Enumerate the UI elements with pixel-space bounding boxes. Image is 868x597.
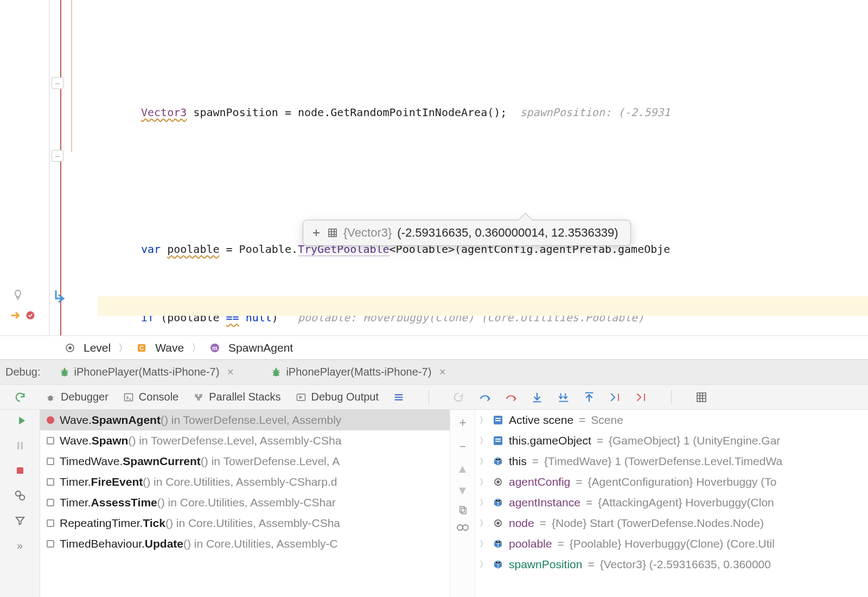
svg-rect-13 <box>697 393 706 402</box>
svg-point-10 <box>48 395 53 401</box>
frame-label: RepeatingTimer.Tick() in Core.Utilities,… <box>60 517 340 530</box>
variable-row[interactable]: 〉agentConfig = {AgentConfiguration} Hove… <box>475 472 868 492</box>
variable-row[interactable]: 〉agentInstance = {AttackingAgent} Hoverb… <box>475 492 868 513</box>
variable-eq: = <box>540 517 546 530</box>
svg-rect-28 <box>495 441 501 442</box>
run-to-cursor-force-icon[interactable] <box>635 391 647 403</box>
variables-panel[interactable]: 〉Active scene = Scene〉this.gameObject = … <box>475 410 868 597</box>
debugger-tab[interactable]: Debugger <box>44 391 108 403</box>
run-to-cursor-icon[interactable] <box>609 391 621 403</box>
step-into-icon[interactable] <box>531 391 543 403</box>
stack-frame-row[interactable]: Wave.Spawn() in TowerDefense.Level, Asse… <box>40 430 450 451</box>
variable-value: Scene <box>591 414 623 427</box>
toolbar-label: Debugger <box>61 391 108 403</box>
frame-label: Wave.Spawn() in TowerDefense.Level, Asse… <box>60 434 341 447</box>
copy-icon[interactable] <box>458 505 468 515</box>
variable-row[interactable]: 〉this.gameObject = {GameObject} 1 (Unity… <box>475 430 868 451</box>
close-icon[interactable]: ✕ <box>439 367 446 377</box>
editor-fold-gutter: – – <box>49 0 98 335</box>
svg-rect-20 <box>461 508 465 514</box>
frame-label: Wave.SpawnAgent() in TowerDefense.Level,… <box>60 414 341 427</box>
plus-icon[interactable] <box>311 227 322 238</box>
variable-name: agentConfig <box>509 475 570 488</box>
variable-kind-icon <box>493 456 503 467</box>
chevron-right-icon[interactable]: 〉 <box>480 498 487 508</box>
breadcrumb-item[interactable]: Level <box>84 341 111 354</box>
parallel-stacks-tab[interactable]: Parallel Stacks <box>193 391 280 403</box>
variable-name: node <box>509 517 534 530</box>
step-over-icon[interactable] <box>479 391 491 403</box>
chevron-right-icon[interactable]: 〉 <box>480 539 487 549</box>
up-icon[interactable]: ▲ <box>457 462 469 476</box>
variable-kind-icon <box>493 538 503 549</box>
remove-icon[interactable]: － <box>457 438 469 454</box>
variable-eq: = <box>576 475 582 488</box>
rerun-icon[interactable] <box>14 391 26 403</box>
step-out-icon[interactable] <box>583 391 595 403</box>
svg-rect-14 <box>17 442 19 449</box>
stack-frame-row[interactable]: Timer.FireEvent() in Core.Utilities, Ass… <box>40 472 450 492</box>
filter-icon[interactable] <box>12 513 28 528</box>
code-content[interactable]: Vector3 spawnPosition = node.GetRandomPo… <box>98 0 868 335</box>
evaluate-expression-icon[interactable] <box>695 391 707 403</box>
step-over-red-icon[interactable] <box>505 391 517 403</box>
chevron-right-icon[interactable]: 〉 <box>480 518 487 529</box>
threads-icon[interactable] <box>393 391 405 403</box>
bug-icon <box>44 391 56 403</box>
debug-session-tab[interactable]: iPhonePlayer(Matts-iPhone-7) ✕ <box>54 364 240 380</box>
stop-icon[interactable] <box>12 463 28 478</box>
variable-eq: = <box>532 455 539 468</box>
frame-marker-icon <box>47 519 54 527</box>
variable-value: {AttackingAgent} Hoverbuggy(Clon <box>598 496 774 509</box>
add-icon[interactable]: ＋ <box>457 414 469 430</box>
breadcrumb-item[interactable]: SpawnAgent <box>228 341 293 354</box>
execution-pointer-icon <box>10 309 36 321</box>
console-tab[interactable]: Console <box>123 391 178 403</box>
chevron-right-icon[interactable]: 〉 <box>480 415 487 425</box>
stack-frame-row[interactable]: TimedWave.SpawnCurrent() in TowerDefense… <box>40 451 450 472</box>
frame-marker-icon <box>47 499 54 506</box>
chevron-right-icon[interactable]: 〉 <box>480 456 487 467</box>
svg-text:C: C <box>139 345 144 351</box>
chevron-right-icon[interactable]: 〉 <box>480 477 487 487</box>
variable-value: {GameObject} 1 (UnityEngine.Gar <box>609 434 780 447</box>
chevron-right-icon[interactable]: 〉 <box>480 560 487 570</box>
variable-eq: = <box>588 558 594 571</box>
down-icon[interactable]: ▼ <box>457 484 469 498</box>
view-breakpoints-icon[interactable] <box>12 488 28 503</box>
variable-row[interactable]: 〉poolable = {Poolable} Hoverbuggy(Clone)… <box>475 534 868 554</box>
variable-row[interactable]: 〉spawnPosition = {Vector3} (-2.59316635,… <box>475 554 868 575</box>
stack-frame-row[interactable]: TimedBehaviour.Update() in Core.Utilitie… <box>40 534 450 554</box>
frame-marker-icon <box>47 437 54 444</box>
debug-session-tab[interactable]: iPhonePlayer(Matts-iPhone-7) ✕ <box>265 364 451 380</box>
breadcrumb[interactable]: Level 〉 C Wave 〉 m SpawnAgent <box>0 335 868 359</box>
smart-step-into-icon[interactable] <box>557 391 569 403</box>
frames-panel[interactable]: Wave.SpawnAgent() in TowerDefense.Level,… <box>40 410 450 597</box>
table-icon[interactable] <box>327 227 338 238</box>
close-icon[interactable]: ✕ <box>227 367 234 377</box>
stack-frame-row[interactable]: RepeatingTimer.Tick() in Core.Utilities,… <box>40 513 450 534</box>
frame-marker-icon <box>47 478 54 486</box>
toolbar-label: Parallel Stacks <box>209 391 280 403</box>
glasses-icon[interactable] <box>456 523 469 531</box>
debug-value-tooltip[interactable]: {Vector3} (-2.59316635, 0.360000014, 12.… <box>303 220 631 246</box>
show-execution-point-icon[interactable] <box>453 391 465 403</box>
stack-frame-row[interactable]: Timer.AssessTime() in Core.Utilities, As… <box>40 492 450 513</box>
more-icon[interactable]: » <box>12 538 28 553</box>
fold-handle[interactable]: – <box>52 77 63 89</box>
resume-icon[interactable] <box>12 413 28 428</box>
svg-point-30 <box>497 481 499 483</box>
fold-handle[interactable]: – <box>52 150 63 162</box>
variable-row[interactable]: 〉node = {Node} Start (TowerDefense.Nodes… <box>475 513 868 534</box>
chevron-right-icon[interactable]: 〉 <box>480 436 487 446</box>
pause-icon[interactable] <box>12 438 28 453</box>
debug-output-tab[interactable]: Debug Output <box>295 391 379 403</box>
variable-row[interactable]: 〉this = {TimedWave} 1 (TowerDefense.Leve… <box>475 451 868 472</box>
stack-frame-row[interactable]: Wave.SpawnAgent() in TowerDefense.Level,… <box>40 410 450 430</box>
intention-bulb-icon[interactable] <box>12 289 24 301</box>
breadcrumb-item[interactable]: Wave <box>155 341 184 354</box>
code-keyword: var <box>141 243 161 256</box>
debug-tab-label: iPhonePlayer(Matts-iPhone-7) <box>74 366 220 378</box>
variable-row[interactable]: 〉Active scene = Scene <box>475 410 868 430</box>
code-editor[interactable]: – – Vector3 spawnPosition = node.GetRand… <box>0 0 868 335</box>
